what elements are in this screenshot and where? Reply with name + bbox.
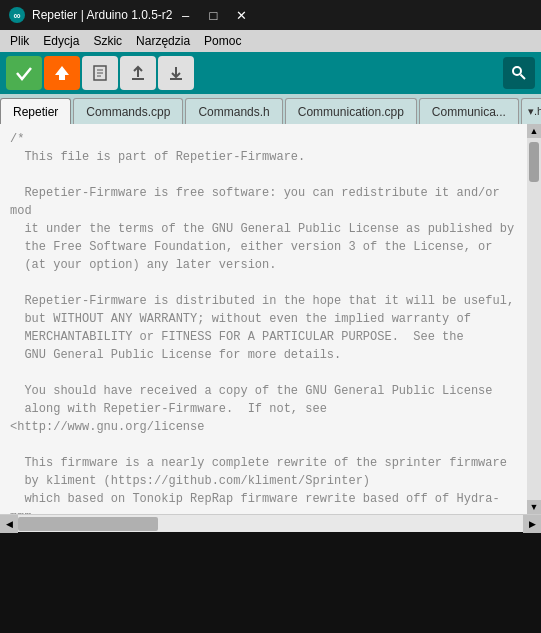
- editor-container: /* This file is part of Repetier-Firmwar…: [0, 124, 541, 514]
- new-button[interactable]: [82, 56, 118, 90]
- menu-sketch[interactable]: Szkic: [87, 32, 128, 50]
- search-icon: [511, 65, 527, 81]
- app-logo: ∞: [8, 6, 26, 24]
- tab-repetier[interactable]: Repetier: [0, 98, 71, 124]
- new-file-icon: [91, 64, 109, 82]
- scroll-right-arrow[interactable]: ▶: [523, 515, 541, 533]
- tab-bar: Repetier Commands.cpp Commands.h Communi…: [0, 94, 541, 124]
- open-icon: [129, 64, 147, 82]
- toolbar: [0, 52, 541, 94]
- code-line-4: it under the terms of the GNU General Pu…: [10, 222, 514, 236]
- svg-point-9: [513, 67, 521, 75]
- upload-button[interactable]: [44, 56, 80, 90]
- svg-line-10: [521, 75, 526, 80]
- menu-edit[interactable]: Edycja: [37, 32, 85, 50]
- code-line-8: but WITHOUT ANY WARRANTY; without even t…: [10, 312, 471, 326]
- code-line-1: /*: [10, 132, 24, 146]
- minimize-button[interactable]: –: [173, 5, 199, 25]
- code-line-2: This file is part of Repetier-Firmware.: [10, 150, 305, 164]
- save-icon: [167, 64, 185, 82]
- code-line-12: along with Repetier-Firmware. If not, se…: [10, 402, 327, 434]
- menu-bar: Plik Edycja Szkic Narzędzia Pomoc: [0, 30, 541, 52]
- tab-commands-cpp[interactable]: Commands.cpp: [73, 98, 183, 124]
- code-line-5: the Free Software Foundation, either ver…: [10, 240, 492, 254]
- h-scroll-thumb[interactable]: [18, 517, 158, 531]
- tab-commands-h[interactable]: Commands.h: [185, 98, 282, 124]
- svg-marker-2: [55, 66, 69, 80]
- title-bar: ∞ Repetier | Arduino 1.0.5-r2 – □ ✕: [0, 0, 541, 30]
- menu-tools[interactable]: Narzędzia: [130, 32, 196, 50]
- menu-help[interactable]: Pomoc: [198, 32, 247, 50]
- svg-text:∞: ∞: [13, 10, 20, 21]
- editor-content[interactable]: /* This file is part of Repetier-Firmwar…: [0, 124, 527, 514]
- tab-communica[interactable]: Communica...: [419, 98, 519, 124]
- code-line-9: MERCHANTABILITY or FITNESS FOR A PARTICU…: [10, 330, 464, 344]
- close-button[interactable]: ✕: [229, 5, 255, 25]
- search-button[interactable]: [503, 57, 535, 89]
- code-line-14: by kliment (https://github.com/kliment/S…: [10, 474, 370, 488]
- upload-icon: [52, 63, 72, 83]
- tab-overflow[interactable]: ▾.h: [521, 98, 541, 124]
- scroll-up-arrow[interactable]: ▲: [527, 124, 541, 138]
- output-area: [0, 532, 541, 633]
- window-controls: – □ ✕: [173, 5, 255, 25]
- tab-communication-cpp[interactable]: Communication.cpp: [285, 98, 417, 124]
- check-icon: [14, 63, 34, 83]
- code-line-15: which based on Tonokip RepRap firmware r…: [10, 492, 500, 514]
- maximize-button[interactable]: □: [201, 5, 227, 25]
- scroll-down-arrow[interactable]: ▼: [527, 500, 541, 514]
- code-line-3: Repetier-Firmware is free software: you …: [10, 186, 500, 218]
- verify-button[interactable]: [6, 56, 42, 90]
- save-button[interactable]: [158, 56, 194, 90]
- code-line-6: (at your option) any later version.: [10, 258, 276, 272]
- menu-file[interactable]: Plik: [4, 32, 35, 50]
- vertical-scrollbar[interactable]: ▲ ▼: [527, 124, 541, 514]
- title-text: Repetier | Arduino 1.0.5-r2: [32, 8, 173, 22]
- code-line-7: Repetier-Firmware is distributed in the …: [10, 294, 514, 308]
- open-button[interactable]: [120, 56, 156, 90]
- code-line-10: GNU General Public License for more deta…: [10, 348, 341, 362]
- scroll-thumb[interactable]: [529, 142, 539, 182]
- scroll-left-arrow[interactable]: ◀: [0, 515, 18, 533]
- horizontal-scrollbar[interactable]: ◀ ▶: [0, 514, 541, 532]
- code-line-11: You should have received a copy of the G…: [10, 384, 492, 398]
- h-scroll-track[interactable]: [18, 515, 523, 532]
- code-line-13: This firmware is a nearly complete rewri…: [10, 456, 507, 470]
